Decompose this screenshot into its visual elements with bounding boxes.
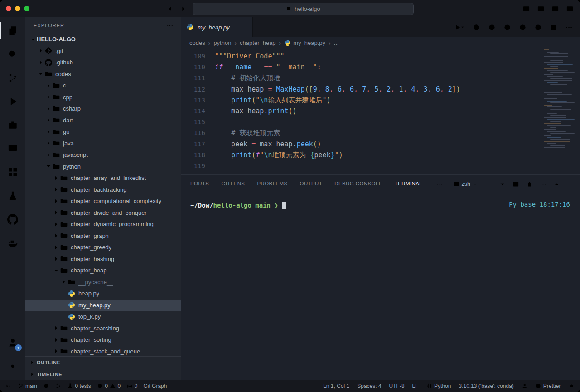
tree-item-my-heap-py[interactable]: my_heap.py	[25, 300, 181, 311]
tree-item-csharp[interactable]: csharp	[25, 103, 181, 115]
tree-item-chapter-array-and-linkedlist[interactable]: chapter_array_and_linkedlist	[25, 172, 181, 184]
tree-item-chapter-dynamic-programming[interactable]: chapter_dynamic_programming	[25, 218, 181, 230]
breadcrumb-chapter-heap[interactable]: chapter_heap	[240, 39, 276, 46]
split-terminal[interactable]	[512, 181, 519, 188]
status-remote-indicator[interactable]	[5, 383, 12, 389]
tab-my-heap-py[interactable]: my_heap.py	[181, 17, 253, 37]
terminal[interactable]: ~/Dow/hello-algo main ❯ Py base 18:17:16	[181, 193, 580, 380]
panel-tab-problems[interactable]: PROBLEMS	[257, 179, 287, 189]
split-editor[interactable]	[550, 24, 557, 31]
code-editor[interactable]: 109"""Driver Code"""110if __name__ == "_…	[181, 48, 580, 174]
tree-item-go[interactable]: go	[25, 126, 181, 138]
tree-item-pycache[interactable]: __pycache__	[25, 276, 181, 288]
tree-item-chapter-searching[interactable]: chapter_searching	[25, 323, 181, 334]
status-ports[interactable]: 0	[126, 383, 137, 389]
status-tests[interactable]: 0 tests	[67, 383, 91, 389]
status-encoding[interactable]: UTF-8	[389, 383, 405, 389]
activity-source-control[interactable]	[0, 66, 25, 90]
status-git-graph[interactable]: Git Graph	[143, 383, 167, 389]
tree-item-chapter-hashing[interactable]: chapter_hashing	[25, 253, 181, 265]
zoom-window-button[interactable]	[24, 6, 29, 11]
tree-item-chapter-divide-and-conquer[interactable]: chapter_divide_and_conquer	[25, 207, 181, 219]
navigate-forward-button[interactable]	[179, 5, 187, 13]
panel-tab-ports[interactable]: PORTS	[190, 179, 209, 189]
status-eol[interactable]: LF	[412, 383, 419, 389]
tree-item-chapter-greedy[interactable]: chapter_greedy	[25, 242, 181, 253]
explorer-more-actions[interactable]	[166, 22, 174, 29]
tree-item-cpp[interactable]: cpp	[25, 92, 181, 103]
tree-item-codes[interactable]: codes	[25, 68, 181, 80]
tree-item-javascript[interactable]: javascript	[25, 149, 181, 161]
panel-tabs-more[interactable]	[436, 181, 443, 188]
toggle-secondary-sidebar[interactable]	[551, 5, 559, 13]
tree-item-chapter-heap[interactable]: chapter_heap	[25, 265, 181, 276]
open-changes[interactable]	[503, 24, 511, 31]
status-git-branch[interactable]: main	[18, 383, 38, 389]
status-source-control-graph[interactable]	[55, 383, 62, 389]
next-change[interactable]	[519, 24, 527, 31]
tree-item-chapter-sorting[interactable]: chapter_sorting	[25, 334, 181, 346]
tree-item-python[interactable]: python	[25, 161, 181, 173]
run-or-debug[interactable]	[534, 24, 542, 31]
activity-project-manager[interactable]	[0, 113, 25, 137]
status-prettier[interactable]: Prettier	[535, 383, 561, 389]
new-terminal[interactable]	[485, 181, 492, 188]
terminal-profiles-dropdown[interactable]	[499, 181, 506, 188]
tree-item-top-k-py[interactable]: top_k.py	[25, 311, 181, 323]
activity-github[interactable]	[0, 208, 25, 231]
tree-item-chapter-stack-and-queue[interactable]: chapter_stack_and_queue	[25, 346, 181, 357]
status-problems[interactable]: 00	[97, 383, 121, 389]
navigate-back-button[interactable]	[166, 5, 174, 13]
panel-tab-output[interactable]: OUTPUT	[300, 179, 323, 189]
timeline-history[interactable]	[473, 24, 480, 31]
run-python-file[interactable]	[454, 24, 465, 31]
toggle-primary-sidebar[interactable]	[522, 5, 530, 13]
panel-more-actions[interactable]	[540, 181, 546, 188]
previous-change[interactable]	[488, 24, 496, 31]
activity-testing[interactable]	[0, 184, 25, 208]
status-copilot[interactable]	[522, 383, 528, 389]
minimize-window-button[interactable]	[15, 6, 20, 11]
activity-docker[interactable]	[0, 231, 25, 255]
kill-terminal[interactable]	[526, 181, 533, 188]
tree-item-hello-algo[interactable]: HELLO-ALGO	[25, 34, 181, 45]
command-center-search[interactable]: hello-algo	[193, 3, 414, 15]
activity-search[interactable]	[0, 43, 25, 66]
tree-item-git[interactable]: .git	[25, 45, 181, 57]
close-tab-button[interactable]	[241, 24, 247, 30]
status-indentation[interactable]: Spaces: 4	[357, 383, 381, 389]
activity-settings[interactable]	[0, 354, 25, 378]
terminal-profile[interactable]: zsh	[453, 181, 478, 187]
status-sync-changes[interactable]	[43, 383, 49, 389]
activity-explorer[interactable]	[0, 19, 25, 43]
customize-layout[interactable]	[566, 5, 574, 13]
tree-item-chapter-graph[interactable]: chapter_graph	[25, 230, 181, 242]
breadcrumb-my-heap-py[interactable]: my_heap.py	[284, 39, 325, 46]
activity-remote-explorer[interactable]	[0, 137, 25, 160]
breadcrumb-item[interactable]: ...	[334, 39, 339, 46]
status-cursor-position[interactable]: Ln 1, Col 1	[323, 383, 349, 389]
status-language-mode[interactable]: Python	[426, 383, 451, 389]
tree-item-dart[interactable]: dart	[25, 115, 181, 126]
activity-extensions[interactable]	[0, 160, 25, 184]
panel-tab-terminal[interactable]: TERMINAL	[395, 179, 422, 189]
close-window-button[interactable]	[6, 6, 11, 11]
tree-item-heap-py[interactable]: heap.py	[25, 288, 181, 300]
panel-tab-debug-console[interactable]: DEBUG CONSOLE	[334, 179, 382, 189]
tree-item-chapter-backtracking[interactable]: chapter_backtracking	[25, 184, 181, 196]
more-actions[interactable]	[565, 24, 573, 31]
tree-item-chapter-computational-complexity[interactable]: chapter_computational_complexity	[25, 195, 181, 207]
maximize-panel[interactable]	[553, 181, 560, 188]
section-timeline[interactable]: TIMELINE	[25, 368, 181, 380]
tree-item-github[interactable]: .github	[25, 57, 181, 68]
activity-accounts[interactable]: 1	[0, 331, 25, 354]
toggle-panel[interactable]	[537, 5, 545, 13]
tree-item-c[interactable]: c	[25, 80, 181, 92]
breadcrumb-codes[interactable]: codes	[189, 39, 205, 46]
tree-item-java[interactable]: java	[25, 138, 181, 150]
activity-run-debug[interactable]	[0, 90, 25, 113]
section-outline[interactable]: OUTLINE	[25, 356, 181, 368]
panel-tab-gitlens[interactable]: GITLENS	[221, 179, 245, 189]
minimap[interactable]	[544, 49, 575, 151]
close-panel[interactable]	[567, 181, 574, 188]
